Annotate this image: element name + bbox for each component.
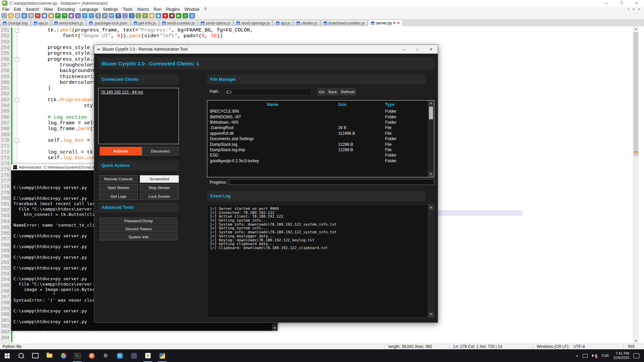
log-scroll-down-icon[interactable]: ▼ xyxy=(428,312,434,317)
fold-collapse-icon[interactable]: - xyxy=(15,138,19,143)
activate-button[interactable]: Activate xyxy=(100,147,142,156)
quick-action-button[interactable]: Stop Stream xyxy=(140,184,179,191)
play-macro-icon[interactable]: ▶ xyxy=(176,13,181,18)
word-wrap-icon[interactable]: ↩ xyxy=(109,13,114,18)
document-tab[interactable]: .package-lock.json ✕ xyxy=(86,20,130,26)
menu-item[interactable]: Window xyxy=(182,7,202,12)
document-list-icon[interactable]: ≡ xyxy=(142,13,148,18)
menu-item[interactable]: Run xyxy=(151,7,164,12)
editor-vertical-scrollbar[interactable]: ▲ ▼ xyxy=(633,26,639,344)
language-indicator[interactable]: TUR xyxy=(601,354,609,358)
find-icon[interactable]: ◉ xyxy=(68,13,74,18)
new-tab-icon[interactable]: + xyxy=(628,7,630,11)
close-button[interactable]: ✕ xyxy=(629,0,644,6)
file-table[interactable]: Name Size Type $RECYCLE.BIN Folder $WIND… xyxy=(207,100,434,177)
indent-guide-icon[interactable]: ¦ xyxy=(122,13,128,18)
sync-vertical-icon[interactable]: ⇅ xyxy=(95,13,101,18)
scroll-up-icon[interactable]: ▲ xyxy=(633,26,639,32)
folder-as-workspace-icon[interactable]: ▣ xyxy=(149,13,155,18)
start-button[interactable] xyxy=(0,349,14,362)
client-list[interactable]: 78.180.192.122 - 64 ms xyxy=(98,88,179,144)
notepad-plus-plus-button[interactable]: N xyxy=(141,349,155,362)
refresh-button[interactable]: Refresh xyxy=(340,88,356,95)
file-row[interactable]: $RECYCLE.BIN Folder xyxy=(207,109,434,114)
stop-macro-icon[interactable]: ■ xyxy=(169,13,175,18)
file-table-scrollbar[interactable]: ▲ ▼ xyxy=(428,101,434,177)
document-map-icon[interactable]: ▯ xyxy=(136,13,141,18)
xampp-button[interactable]: X xyxy=(85,349,99,362)
show-all-characters-icon[interactable]: ¶ xyxy=(115,13,121,18)
fold-collapse-icon[interactable]: - xyxy=(15,28,19,33)
event-log-scrollbar[interactable]: ▲ ▼ xyxy=(428,205,434,317)
zoom-in-icon[interactable]: + xyxy=(82,13,88,18)
scrollbar-thumb[interactable] xyxy=(634,32,638,156)
save-all-icon[interactable]: ▥ xyxy=(21,13,27,18)
search-button[interactable] xyxy=(14,349,28,362)
close-tab-icon[interactable]: ✕ xyxy=(397,21,399,25)
replace-icon[interactable]: ◎ xyxy=(75,13,81,18)
copy-icon[interactable]: ▣ xyxy=(42,13,47,18)
command-prompt-button[interactable]: >_ xyxy=(70,349,85,362)
file-row[interactable]: ESD Folder xyxy=(207,153,434,158)
advanced-tool-button[interactable]: System Info xyxy=(100,234,177,240)
action-center-icon[interactable] xyxy=(634,353,639,358)
zoom-out-icon[interactable]: − xyxy=(89,13,94,18)
rat-minimize-button[interactable]: — xyxy=(397,45,411,54)
save-macro-icon[interactable]: ▥ xyxy=(189,13,195,18)
file-row[interactable]: appverifUI.dll 112496 B File xyxy=(207,131,434,136)
menu-item[interactable]: Edit xyxy=(11,7,23,12)
paste-icon[interactable]: ▦ xyxy=(48,13,54,18)
quick-action-button[interactable]: Start Stream xyxy=(99,184,138,191)
print-icon[interactable]: ▤ xyxy=(28,13,34,18)
file-row[interactable]: goodbyedpi-0.2.3rc3-turkey Folder xyxy=(207,158,434,164)
menu-item[interactable]: Settings xyxy=(101,7,120,12)
encoding-status[interactable]: UTF-8 xyxy=(574,344,585,349)
fold-collapse-icon[interactable]: - xyxy=(15,57,19,62)
eol-status[interactable]: Windows (CR LF) xyxy=(537,344,569,349)
file-row[interactable]: DumpStack.log.tmp 12288 B File xyxy=(207,147,434,153)
scroll-down-icon[interactable]: ▼ xyxy=(633,338,639,344)
table-scroll-down-icon[interactable]: ▼ xyxy=(428,172,434,177)
document-tab[interactable]: send-operagx.js ✕ xyxy=(233,20,273,26)
open-file-icon[interactable]: ▤ xyxy=(8,13,14,18)
document-tab[interactable]: send-opera.js ✕ xyxy=(198,20,233,26)
path-input[interactable]: C:\ xyxy=(224,88,312,95)
quick-action-button[interactable]: Get Logs xyxy=(99,193,138,200)
pin-icon[interactable] xyxy=(393,22,395,24)
maximize-button[interactable]: ❐ xyxy=(614,0,629,6)
task-view-button[interactable] xyxy=(28,349,42,362)
menu-item[interactable]: Macro xyxy=(135,7,151,12)
file-row[interactable]: DumpStack.log 12288 B File xyxy=(207,141,434,147)
document-tab[interactable]: stealer.js ✕ xyxy=(293,20,320,26)
disconnect-button[interactable]: Disconnect xyxy=(142,147,179,156)
rat-close-button[interactable]: ✕ xyxy=(424,45,438,54)
quick-action-button[interactable]: Screenshot xyxy=(140,175,179,183)
file-row[interactable]: $Windows.~WS Folder xyxy=(207,120,434,125)
network-icon[interactable] xyxy=(583,354,588,358)
document-tab[interactable]: server.py ✕ xyxy=(368,19,403,26)
app-button[interactable] xyxy=(127,349,141,362)
table-scroll-up-icon[interactable]: ▲ xyxy=(428,101,434,106)
advanced-tool-button[interactable]: Discord Tokens xyxy=(100,226,177,232)
sync-horizontal-icon[interactable]: ⇄ xyxy=(102,13,108,18)
event-log-box[interactable]: [✓] Server started on port 9000[+] Conne… xyxy=(207,204,434,317)
record-macro-icon[interactable]: ● xyxy=(162,13,168,18)
function-list-icon[interactable]: ƒ xyxy=(129,13,135,18)
menu-item[interactable]: File xyxy=(0,7,11,12)
file-monitoring-icon[interactable]: ◉ xyxy=(156,13,161,18)
menu-item[interactable]: ? xyxy=(202,7,209,12)
save-icon[interactable]: ▥ xyxy=(15,13,20,18)
client-item[interactable]: 78.180.192.122 - 64 ms xyxy=(99,88,178,96)
clock[interactable]: 7:41 PM 11/9/2025 xyxy=(613,351,629,360)
chrome-button[interactable] xyxy=(56,349,70,362)
file-row[interactable]: Documents and Settings Folder xyxy=(207,136,434,141)
menu-item[interactable]: View xyxy=(41,7,55,12)
tab-list-icon[interactable]: ▾ xyxy=(633,7,635,11)
volume-muted-icon[interactable]: ✕ xyxy=(592,354,597,358)
table-scroll-thumb[interactable] xyxy=(429,107,433,119)
cmd-scroll-down-icon[interactable]: ▼ xyxy=(272,325,278,331)
file-row[interactable]: .GamingRoot 28 B File xyxy=(207,125,434,130)
document-tab[interactable]: api.js ✕ xyxy=(31,20,51,26)
document-tab[interactable]: change.log ✕ xyxy=(0,20,31,26)
document-tab[interactable]: send-cookies.js ✕ xyxy=(159,20,198,26)
